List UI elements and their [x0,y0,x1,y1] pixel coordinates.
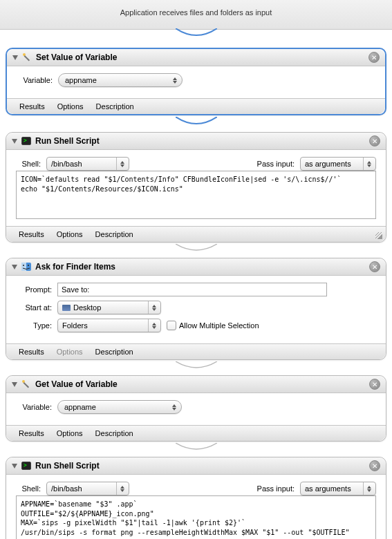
close-icon[interactable]: ✕ [369,135,380,146]
workflow-input-bar: Application receives files and folders a… [0,0,392,30]
wand-icon [21,379,32,390]
tab-results[interactable]: Results [19,102,45,111]
action-title: Run Shell Script [35,136,366,146]
variable-value: appname [64,403,96,411]
updown-arrows-icon [116,482,124,495]
updown-arrows-icon [116,158,124,170]
updown-arrows-icon [148,301,156,314]
tab-options[interactable]: Options [57,230,83,238]
disclosure-triangle-icon[interactable] [12,139,17,144]
start-at-select[interactable]: Desktop [57,301,161,314]
updown-arrows-icon [363,158,371,170]
action-run-shell-script-1[interactable]: Run Shell Script ✕ Shell: /bin/bash Pass… [6,132,386,243]
connector [6,443,386,453]
connector [6,244,386,254]
updown-arrows-icon [169,77,177,84]
pass-input-value: as arguments [305,484,351,493]
action-footer: Results Options Description [6,343,386,359]
disclosure-triangle-icon[interactable] [12,382,17,387]
variable-select[interactable]: appname [57,400,182,414]
disclosure-triangle-icon[interactable] [12,265,17,270]
tab-results[interactable]: Results [19,348,44,356]
variable-value: appname [65,76,97,84]
updown-arrows-icon [363,482,371,495]
svg-rect-7 [24,382,29,388]
allow-multiple-label: Allow Multiple Selection [179,321,259,330]
pass-input-select[interactable]: as arguments [300,482,376,495]
close-icon[interactable]: ✕ [369,379,380,390]
terminal-icon [21,135,32,146]
action-ask-finder-items[interactable]: Ask for Finder Items ✕ Prompt: Start at:… [6,258,386,360]
action-title: Set Value of Variable [36,53,365,62]
action-title: Run Shell Script [35,461,366,471]
variable-label: Variable: [16,403,52,411]
workflow-input-text: Application receives files and folders a… [120,8,272,17]
tab-results[interactable]: Results [19,429,44,437]
prompt-input[interactable] [57,283,327,296]
svg-point-5 [28,265,29,266]
tab-options[interactable]: Options [57,348,83,356]
prompt-label: Prompt: [16,285,52,294]
action-get-variable[interactable]: Get Value of Variable ✕ Variable: appnam… [6,375,386,442]
shell-value: /bin/bash [51,484,82,493]
variable-select[interactable]: appname [58,73,183,87]
updown-arrows-icon [168,404,176,410]
start-at-value: Desktop [73,303,101,312]
action-header[interactable]: Ask for Finder Items ✕ [6,258,386,276]
type-label: Type: [16,321,52,330]
action-set-variable[interactable]: Set Value of Variable ✕ Variable: appnam… [6,48,386,115]
tab-description[interactable]: Description [95,230,133,238]
finder-icon [21,261,32,272]
disclosure-triangle-icon[interactable] [12,464,17,469]
updown-arrows-icon [148,319,156,332]
pass-input-select[interactable]: as arguments [300,157,376,171]
terminal-icon [21,460,32,471]
pass-input-label: Pass input: [257,160,295,168]
action-footer: Results Options Description [6,425,386,441]
action-header[interactable]: Get Value of Variable ✕ [6,376,386,393]
close-icon[interactable]: ✕ [369,261,380,272]
wand-icon [21,52,32,63]
connector [6,361,386,371]
connector [6,117,386,128]
tab-description[interactable]: Description [95,348,133,356]
shell-value: /bin/bash [51,160,82,168]
variable-label: Variable: [17,76,53,84]
tab-options[interactable]: Options [57,102,84,111]
resize-grip-icon[interactable] [375,232,382,239]
shell-select[interactable]: /bin/bash [46,482,129,495]
tab-description[interactable]: Description [95,429,133,437]
checkbox-icon[interactable] [167,321,176,330]
pass-input-label: Pass input: [257,484,295,493]
tab-options[interactable]: Options [57,429,83,437]
shell-label: Shell: [16,484,41,493]
shell-select[interactable]: /bin/bash [46,157,129,171]
desktop-icon [62,305,71,311]
tab-results[interactable]: Results [19,230,44,238]
action-footer: Results Options Description [6,226,386,242]
shell-label: Shell: [16,160,41,168]
start-at-label: Start at: [16,303,52,312]
type-select[interactable]: Folders [57,319,161,332]
type-value: Folders [62,321,88,330]
action-run-shell-script-2[interactable]: Run Shell Script ✕ Shell: /bin/bash Pass… [6,457,386,539]
action-footer: Results Options Description [7,98,385,114]
svg-point-4 [23,265,24,266]
script-textarea[interactable]: ICON=`defaults read "$1/Contents/Info" C… [16,171,376,219]
action-title: Get Value of Variable [35,379,366,389]
svg-rect-3 [21,263,26,271]
disclosure-triangle-icon[interactable] [12,55,18,60]
close-icon[interactable]: ✕ [369,460,380,471]
action-title: Ask for Finder Items [35,262,366,272]
tab-description[interactable]: Description [96,102,134,111]
action-header[interactable]: Run Shell Script ✕ [6,457,386,475]
pass-input-value: as arguments [305,160,351,168]
action-header[interactable]: Run Shell Script ✕ [6,133,386,150]
script-textarea[interactable]: APPNAME=`basename "$3" .app` OUTFILE="$2… [16,495,376,539]
close-icon[interactable]: ✕ [368,52,380,63]
action-header[interactable]: Set Value of Variable ✕ [7,49,385,66]
allow-multiple-checkbox[interactable]: Allow Multiple Selection [167,321,259,330]
svg-rect-1 [24,55,30,61]
